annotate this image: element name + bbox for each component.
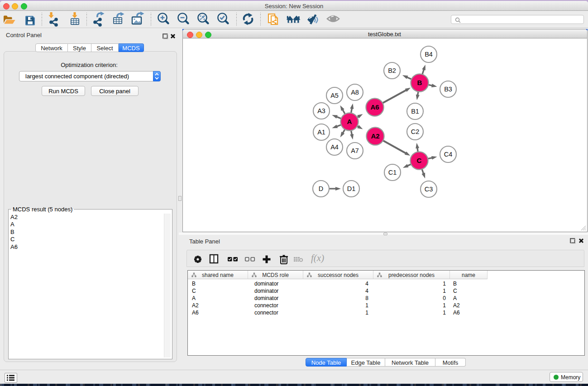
svg-text:C3: C3 [425, 186, 433, 193]
svg-text:A: A [347, 118, 352, 125]
svg-text:A4: A4 [330, 143, 339, 151]
svg-text:B3: B3 [444, 86, 452, 93]
svg-text:B4: B4 [425, 51, 433, 58]
svg-text:A3: A3 [317, 107, 325, 114]
svg-text:C2: C2 [411, 128, 420, 135]
svg-text:A6: A6 [370, 103, 379, 111]
svg-text:A5: A5 [330, 92, 339, 99]
svg-text:A8: A8 [351, 89, 359, 96]
svg-text:D: D [319, 185, 323, 192]
svg-text:A2: A2 [371, 132, 379, 140]
svg-text:A7: A7 [351, 147, 359, 154]
svg-text:C: C [417, 157, 422, 164]
svg-text:C4: C4 [444, 151, 453, 158]
svg-text:A1: A1 [317, 129, 325, 136]
svg-text:B2: B2 [388, 67, 396, 74]
svg-text:D1: D1 [347, 185, 356, 192]
svg-text:B1: B1 [411, 108, 419, 115]
svg-text:C1: C1 [388, 169, 397, 176]
svg-text:B: B [417, 79, 422, 86]
